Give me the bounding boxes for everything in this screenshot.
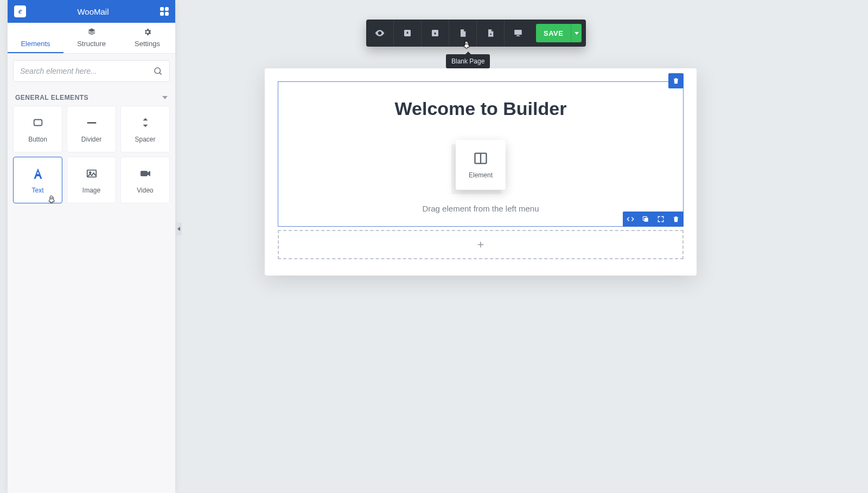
duplicate-icon [642,215,649,223]
block-duplicate-button[interactable] [638,212,653,227]
canvas-page: Welcome to Builder Element Drag element … [265,68,697,276]
svg-rect-15 [644,218,648,222]
element-text-label: Text [31,187,43,194]
save-button-label: SAVE [536,29,571,37]
code-icon [627,215,634,223]
svg-point-5 [89,172,91,174]
import-button[interactable] [394,20,421,47]
svg-rect-6 [141,171,148,176]
element-spacer[interactable]: Spacer [120,106,170,152]
chevron-down-icon [162,96,168,99]
svg-point-0 [155,68,161,74]
app-logo: e [14,5,26,17]
search-input[interactable] [20,67,153,75]
app-logo-letter: e [18,7,22,16]
add-row-button[interactable] [278,230,684,259]
svg-rect-2 [34,120,42,126]
svg-rect-12 [516,36,520,36]
block-code-button[interactable] [623,212,638,227]
blank-page-button[interactable] [449,20,476,47]
canvas-block[interactable]: Welcome to Builder Element Drag element … [278,81,684,227]
text-icon [30,166,46,181]
toolbar-tooltip: Blank Page [446,54,490,68]
video-icon [138,166,153,181]
app-title: WooMail [26,7,160,16]
top-toolbar: SAVE [366,20,586,47]
page-icon [458,28,467,38]
desktop-view-button[interactable] [505,20,532,47]
svg-rect-11 [517,35,520,36]
section-title: GENERAL ELEMENTS [15,94,88,101]
elements-icon [31,28,40,36]
block-delete-button[interactable] [668,212,684,227]
element-card-ghost: Element [456,140,506,190]
search-icon [153,66,163,76]
expand-icon [657,215,665,223]
svg-line-1 [159,73,161,74]
image-icon [84,166,99,181]
eye-icon [374,28,385,39]
trash-icon [672,77,680,85]
canvas-heading: Welcome to Builder [278,82,683,130]
sidebar-collapse-handle[interactable] [175,222,182,235]
save-button[interactable]: SAVE [536,24,582,42]
element-divider-label: Divider [81,136,101,143]
tab-settings[interactable]: Settings [119,23,175,53]
spacer-icon [138,115,153,130]
element-image[interactable]: Image [67,157,116,203]
app-menu-icon[interactable] [160,7,169,16]
export-button[interactable] [422,20,449,47]
tab-settings-label: Settings [135,40,160,48]
columns-icon [473,151,488,166]
button-icon [30,115,46,130]
element-video[interactable]: Video [120,157,170,203]
preview-button[interactable] [366,20,393,47]
element-spacer-label: Spacer [135,136,155,143]
element-placeholder-label: Element [469,171,493,179]
caret-down-icon [575,32,579,35]
drop-hint: Drag element from the left menu [422,204,539,213]
svg-rect-10 [514,30,522,35]
settings-icon [143,28,152,36]
save-page-icon [486,28,495,38]
divider-icon [84,115,99,130]
structure-icon [87,28,96,36]
plus-icon [476,240,486,249]
search-wrap [8,54,175,88]
block-expand-button[interactable] [653,212,668,227]
element-divider[interactable]: Divider [67,106,116,152]
search-input-wrap[interactable] [13,60,170,82]
element-video-label: Video [137,187,153,194]
element-button-label: Button [28,136,47,143]
import-icon [403,28,412,38]
tab-elements-label: Elements [21,40,50,48]
tab-elements[interactable]: Elements [8,23,63,53]
saved-page-button[interactable] [477,20,504,47]
tab-structure[interactable]: Structure [63,23,119,53]
tooltip-text: Blank Page [451,57,484,65]
chevron-left-icon [177,227,180,231]
trash-icon [672,215,680,223]
section-general-elements[interactable]: GENERAL ELEMENTS [8,88,175,106]
desktop-icon [513,28,524,38]
tab-structure-label: Structure [77,40,106,48]
svg-point-9 [490,34,492,35]
element-button[interactable]: Button [13,106,62,152]
sidebar: e WooMail Elements Structure Settings [8,0,175,493]
sidebar-tabs: Elements Structure Settings [8,23,175,54]
save-dropdown[interactable] [571,24,582,42]
svg-rect-3 [87,122,96,124]
elements-grid: Button Divider Spacer Text Image [8,106,175,203]
element-text[interactable]: Text [13,157,62,203]
element-image-label: Image [82,187,100,194]
element-placeholder-card: Element [456,140,506,190]
block-actions [623,212,684,227]
export-icon [430,28,440,38]
delete-block-button[interactable] [668,73,684,88]
sidebar-header: e WooMail [8,0,175,23]
